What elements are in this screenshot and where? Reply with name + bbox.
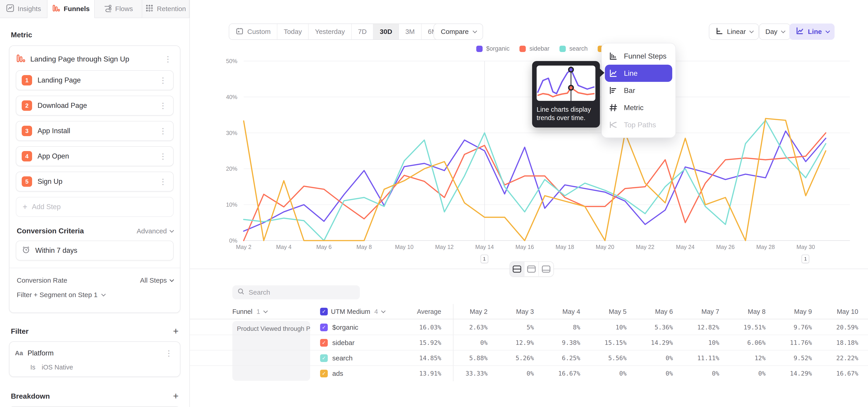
filter-kebab-icon[interactable]: ⋮ xyxy=(163,348,175,358)
row-checkbox[interactable]: ✓ xyxy=(320,339,328,347)
step-kebab-icon[interactable]: ⋮ xyxy=(157,101,168,111)
legend-swatch xyxy=(476,46,483,52)
column-header-may-6[interactable]: May 6 xyxy=(633,304,679,319)
select-all-checkbox[interactable]: ✓ xyxy=(320,308,328,315)
filter-value[interactable]: iOS Native xyxy=(42,364,73,371)
x-axis-tick: May 20 xyxy=(589,244,621,250)
flows-icon xyxy=(103,4,112,14)
segment-column-header[interactable]: ✓ UTM Medium4 xyxy=(320,304,384,319)
conversion-window-button[interactable]: Within 7 days xyxy=(16,241,174,260)
x-axis-tick: May 22 xyxy=(629,244,661,250)
filter-segment-dropdown[interactable]: Filter + Segment on Step 1 xyxy=(17,291,98,299)
table-only-view-toggle[interactable] xyxy=(539,262,553,276)
x-axis-tick: May 26 xyxy=(710,244,741,250)
range-3m[interactable]: 3M xyxy=(399,24,422,39)
cell-value: 33.33% xyxy=(447,366,494,381)
add-filter-button[interactable]: + xyxy=(173,326,179,336)
filter-property-name[interactable]: Platform xyxy=(28,349,159,357)
annotation-badge[interactable]: 1 xyxy=(802,255,809,263)
x-axis-tick: May 14 xyxy=(469,244,500,250)
all-steps-dropdown[interactable]: All Steps xyxy=(140,277,173,284)
cell-value: 2.63% xyxy=(447,320,494,335)
row-label: search xyxy=(332,354,352,362)
tab-retention[interactable]: Retention xyxy=(142,0,190,18)
column-header-may-8[interactable]: May 8 xyxy=(725,304,772,319)
column-header-may-5[interactable]: May 5 xyxy=(587,304,633,319)
advanced-dropdown[interactable]: Advanced xyxy=(137,227,173,235)
filter-operator[interactable]: Is xyxy=(30,364,35,371)
column-header-may-9[interactable]: May 9 xyxy=(772,304,818,319)
calendar-icon xyxy=(236,27,244,37)
menu-item-top-paths: Top Paths xyxy=(602,116,675,133)
tab-funnels[interactable]: Funnels xyxy=(48,0,95,18)
cell-value: 10% xyxy=(587,320,633,335)
funnel-step-3[interactable]: 3App Install⋮ xyxy=(16,121,174,141)
chart-type-dropdown[interactable]: Line xyxy=(789,24,835,40)
legend-label: $organic xyxy=(486,45,510,52)
column-header-may-10[interactable]: May 10 xyxy=(818,304,865,319)
tab-flows[interactable]: Flows xyxy=(95,0,142,18)
range-30d[interactable]: 30D xyxy=(373,24,399,39)
table-rows: ✓$organic16.03%2.63%5%8%10%5.36%12.82%19… xyxy=(190,320,868,381)
column-header-may-2[interactable]: May 2 xyxy=(447,304,494,319)
search-input[interactable] xyxy=(249,288,355,296)
column-header-may-4[interactable]: May 4 xyxy=(540,304,587,319)
granularity-label: Day xyxy=(765,28,777,35)
range-custom[interactable]: Custom xyxy=(229,24,277,39)
row-checkbox[interactable]: ✓ xyxy=(320,370,328,377)
menu-item-funnel-steps[interactable]: Funnel Steps xyxy=(602,48,675,65)
legend-item-organic[interactable]: $organic xyxy=(476,45,510,52)
menu-item-bar[interactable]: Bar xyxy=(602,82,675,99)
funnel-step-2[interactable]: 2Download Page⋮ xyxy=(16,96,174,116)
chevron-down-icon xyxy=(169,277,174,282)
scale-dropdown[interactable]: Linear xyxy=(709,24,759,40)
menu-item-line[interactable]: Line xyxy=(605,65,672,82)
y-axis-tick: 10% xyxy=(210,201,237,208)
step-kebab-icon[interactable]: ⋮ xyxy=(157,126,168,136)
column-header-may-7[interactable]: May 7 xyxy=(679,304,725,319)
metric-icon xyxy=(609,103,618,112)
add-step-button[interactable]: + Add Step xyxy=(16,197,174,217)
range-7d[interactable]: 7D xyxy=(352,24,373,39)
menu-item-metric[interactable]: Metric xyxy=(602,99,675,116)
split-view-toggle[interactable] xyxy=(510,262,524,276)
x-axis-tick: May 28 xyxy=(750,244,781,250)
compare-button[interactable]: Compare xyxy=(434,24,483,40)
cell-value: 5.26% xyxy=(494,350,540,366)
range-yesterday[interactable]: Yesterday xyxy=(309,24,351,39)
range-label: 30D xyxy=(380,28,392,35)
cell-value: 0% xyxy=(587,366,633,381)
cell-value: 16.67% xyxy=(818,366,865,381)
funnel-step-5[interactable]: 5Sign Up⋮ xyxy=(16,171,174,191)
granularity-dropdown[interactable]: Day xyxy=(759,24,790,40)
insights-icon xyxy=(6,4,14,14)
funnel-step-4[interactable]: 4App Open⋮ xyxy=(16,146,174,166)
step-kebab-icon[interactable]: ⋮ xyxy=(157,75,168,85)
column-header-average[interactable]: Average xyxy=(404,304,447,319)
cell-value: 13.91% xyxy=(404,366,447,381)
tab-insights[interactable]: Insights xyxy=(0,0,48,18)
tab-label: Retention xyxy=(157,5,186,13)
conversion-criteria-heading: Conversion Criteria xyxy=(17,227,84,235)
legend-item-sidebar[interactable]: sidebar xyxy=(520,45,550,52)
funnel-kebab-icon[interactable]: ⋮ xyxy=(162,54,174,64)
row-checkbox[interactable]: ✓ xyxy=(320,323,328,331)
column-header-may-3[interactable]: May 3 xyxy=(494,304,540,319)
annotation-badge[interactable]: 1 xyxy=(480,255,488,263)
step-kebab-icon[interactable]: ⋮ xyxy=(157,152,168,161)
chart-only-view-toggle[interactable] xyxy=(524,262,539,276)
cell-value: 14.29% xyxy=(633,335,679,350)
cell-value: 8% xyxy=(540,320,587,335)
step-label: App Install xyxy=(37,127,152,135)
chevron-down-icon xyxy=(264,309,268,313)
range-today[interactable]: Today xyxy=(277,24,309,39)
funnel-step-1[interactable]: 1Landing Page⋮ xyxy=(16,70,174,90)
legend-item-search[interactable]: search xyxy=(559,45,588,52)
funnel-column-header[interactable]: Funnel1 xyxy=(232,304,267,319)
row-checkbox[interactable]: ✓ xyxy=(320,354,328,362)
search-icon xyxy=(237,288,245,297)
chart-type-label: Line xyxy=(808,28,822,35)
add-breakdown-button[interactable]: + xyxy=(173,392,179,401)
cell-value: 0% xyxy=(447,335,494,350)
step-kebab-icon[interactable]: ⋮ xyxy=(157,177,168,186)
